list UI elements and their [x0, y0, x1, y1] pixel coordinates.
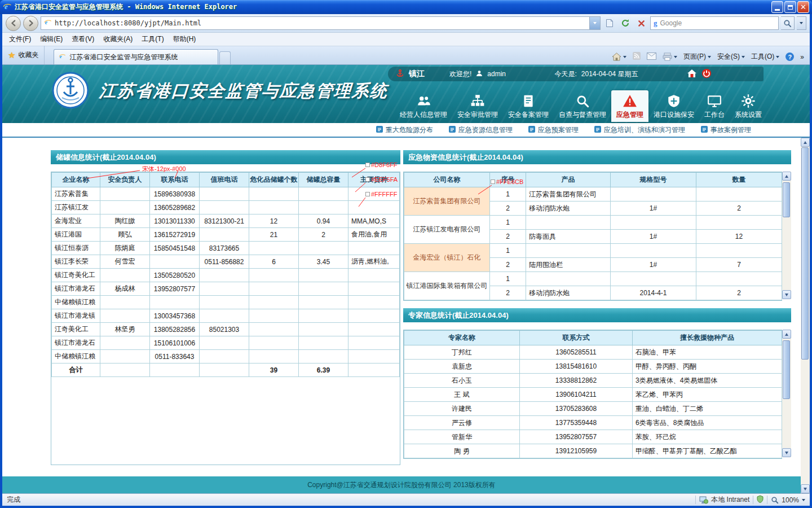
safety-menu-button[interactable]: 安全(S): [717, 52, 745, 62]
address-dropdown[interactable]: [589, 17, 600, 29]
menu-item-5[interactable]: 帮助(H): [169, 33, 201, 46]
nav-people[interactable]: 经营人信息管理: [395, 90, 452, 122]
nav-document[interactable]: 安全备案管理: [503, 90, 554, 122]
cell: 江苏索普集: [52, 187, 100, 201]
cell: 江苏索普集团有限公司: [526, 187, 611, 202]
back-button[interactable]: [6, 16, 21, 31]
search-input[interactable]: Google: [660, 19, 776, 27]
scroll-down-button[interactable]: [782, 290, 791, 299]
scrollbar-thumb[interactable]: [783, 340, 790, 399]
cell: 0511-833643: [150, 350, 200, 364]
page-footer: Copyright@江苏省交通规划设计院股份有限公司 2013版权所有: [2, 476, 801, 493]
cell: 7: [696, 258, 782, 272]
cell: [249, 350, 299, 364]
page-menu-button[interactable]: 页面(P): [683, 52, 711, 62]
cell: 金海宏业（镇江）石化: [404, 244, 490, 272]
table-row: 许建民13705283608重油、白蜡油、丁二烯: [404, 402, 782, 416]
main-scrollbar[interactable]: [801, 138, 810, 493]
nav-monitor[interactable]: 工作台: [699, 90, 730, 122]
cell: 0.94: [299, 214, 348, 228]
restore-button[interactable]: [784, 1, 796, 13]
nav-magnifier[interactable]: 自查与督查管理: [554, 90, 611, 122]
search-dropdown[interactable]: [797, 16, 806, 30]
new-tab-stub[interactable]: [219, 51, 231, 64]
total-row: 合计396.39: [52, 364, 400, 377]
scroll-up-button[interactable]: [782, 172, 791, 181]
table-row: 江苏镇江发电有限公司1: [404, 216, 782, 230]
compatibility-button[interactable]: [603, 16, 616, 30]
close-button[interactable]: ✕: [797, 1, 809, 13]
address-bar[interactable]: e http://localhost:8080/yjpt/Main.html: [41, 16, 601, 30]
tab-active[interactable]: e 江苏省港口安全监管与应急管理系统: [54, 49, 218, 64]
welcome-label: 欢迎您!: [449, 69, 471, 79]
cell: 1#: [611, 258, 696, 272]
print-button[interactable]: [663, 52, 677, 61]
tools-menu-button[interactable]: 工具(O): [751, 52, 779, 62]
overflow-chevron[interactable]: »: [800, 53, 804, 61]
cell: 移动消防水炮: [526, 286, 611, 300]
subnav-item-4[interactable]: 事故案例管理: [701, 125, 751, 135]
menu-item-0[interactable]: 文件(F): [5, 33, 36, 46]
scroll-up-button[interactable]: [801, 138, 810, 147]
menu-item-2[interactable]: 查看(V): [67, 33, 99, 46]
menu-item-1[interactable]: 编辑(E): [36, 33, 67, 46]
chevron-down-icon: [623, 56, 626, 58]
forward-button[interactable]: [23, 16, 38, 31]
nav-gear[interactable]: 系统设置: [730, 90, 767, 122]
scrollbar-thumb[interactable]: [783, 182, 790, 217]
stop-button[interactable]: [634, 16, 648, 30]
scroll-down-button[interactable]: [782, 448, 791, 457]
subnav-item-0[interactable]: 重大危险源分布: [376, 125, 433, 135]
cell: 15896380938: [150, 187, 200, 201]
org-chart-icon: [470, 93, 485, 108]
cell: [100, 364, 150, 377]
subnav-item-2[interactable]: 应急预案管理: [528, 125, 579, 135]
browser-window: e 江苏省港口安全监管与应急管理系统 - Windows Internet Ex…: [0, 0, 812, 508]
table-row: 江奇美化工林坚勇1380528285685021303: [52, 323, 400, 336]
cell: 镇江港国: [52, 228, 100, 242]
refresh-button[interactable]: [619, 16, 632, 30]
feeds-button[interactable]: [633, 52, 641, 62]
cell: [348, 296, 400, 309]
table-row: 金海宏业陶红皦1301301133083121300-21120.94MMA,M…: [52, 214, 400, 228]
cell: [299, 187, 348, 201]
table-row: 镇江奇美化工13505280520: [52, 269, 400, 282]
cell: 12: [249, 214, 299, 228]
cell: 许建民: [404, 402, 520, 416]
cell: [200, 187, 249, 201]
content-area: 储罐信息统计(截止2014.04.04) 企业名称安全负责人联系电话值班电话危化…: [2, 138, 801, 493]
list-icon: [594, 126, 601, 134]
nav-warning-triangle[interactable]: 应急管理: [611, 90, 648, 122]
cell: 85021303: [200, 323, 249, 336]
expert-scrollbar[interactable]: [782, 330, 791, 457]
magnifier-icon: [783, 19, 792, 28]
logout-button[interactable]: [701, 68, 712, 80]
nav-org-chart[interactable]: 安全审批管理: [452, 90, 503, 122]
scroll-up-button[interactable]: [782, 330, 791, 339]
table-row: 石小玉133388128623类易燃液体、4类易燃固体: [404, 374, 782, 388]
cell: 6.39: [299, 364, 348, 377]
subnav-item-3[interactable]: 应急培训、演练和演习管理: [594, 125, 685, 135]
tools-menu-label: 工具(O): [751, 52, 774, 62]
nav-shield[interactable]: 港口设施保安: [648, 90, 699, 122]
supplies-scrollbar[interactable]: [782, 172, 791, 299]
favorites-button[interactable]: ★ 收藏夹: [5, 46, 45, 64]
scroll-down-button[interactable]: [801, 484, 810, 493]
menu-item-4[interactable]: 工具(T): [137, 33, 168, 46]
cell: 镇江李长荣: [52, 255, 100, 269]
cell: [348, 201, 400, 214]
search-button[interactable]: [781, 16, 795, 30]
home-page-button[interactable]: [687, 69, 697, 80]
cell: [696, 216, 782, 230]
home-button[interactable]: [612, 52, 626, 61]
menu-item-3[interactable]: 收藏夹(A): [99, 33, 137, 46]
zoom-control[interactable]: 100%: [771, 496, 805, 504]
search-box[interactable]: g Google: [650, 16, 779, 30]
table-row: 丁邦红13605285511石脑油、甲苯: [404, 345, 782, 360]
mail-button[interactable]: [647, 52, 656, 62]
help-button[interactable]: ?: [785, 52, 794, 61]
city-label: 镇江: [409, 69, 425, 79]
scrollbar-thumb[interactable]: [801, 147, 809, 360]
minimize-button[interactable]: [771, 1, 783, 13]
subnav-item-1[interactable]: 应急资源信息管理: [449, 125, 513, 135]
